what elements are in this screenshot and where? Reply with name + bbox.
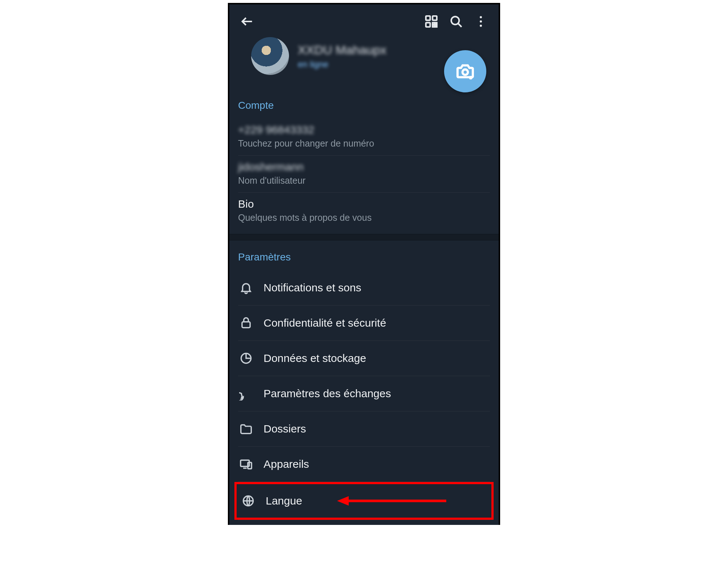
settings-item-chat[interactable]: Paramètres des échanges [238, 376, 490, 411]
settings-item-label: Paramètres des échanges [264, 387, 391, 400]
avatar[interactable] [251, 37, 289, 75]
svg-rect-6 [432, 25, 434, 27]
profile-name: XXDU Mahaupx [298, 43, 387, 57]
account-phone-sub: Touchez pour changer de numéro [238, 136, 490, 149]
settings-item-devices[interactable]: Appareils [238, 447, 490, 482]
account-username-row[interactable]: jidoshermann Nom d'utilisateur [238, 156, 490, 193]
settings-item-label: Notifications et sons [264, 282, 361, 294]
settings-item-data[interactable]: Données et stockage [238, 341, 490, 376]
settings-item-language[interactable]: Langue [240, 491, 488, 511]
search-icon [449, 14, 463, 29]
globe-icon [240, 493, 256, 509]
svg-point-8 [480, 16, 482, 18]
bell-icon [238, 280, 254, 296]
account-section-title: Compte [238, 96, 490, 119]
profile-status: en ligne [298, 59, 387, 69]
settings-screen: XXDU Mahaupx en ligne Compte +229 968433… [228, 3, 500, 525]
qr-button[interactable] [422, 12, 441, 31]
svg-point-7 [451, 17, 459, 25]
settings-item-label: Données et stockage [264, 352, 366, 364]
svg-rect-3 [432, 23, 434, 24]
settings-item-label: Appareils [264, 458, 309, 470]
account-phone-row[interactable]: +229 96843332 Touchez pour changer de nu… [238, 119, 490, 156]
svg-point-11 [463, 69, 468, 75]
account-bio-sub: Quelques mots à propos de vous [238, 210, 490, 223]
arrow-left-icon [240, 14, 254, 29]
devices-icon [238, 456, 254, 472]
more-button[interactable] [471, 12, 491, 31]
back-button[interactable] [237, 12, 257, 31]
chat-icon [238, 386, 254, 402]
settings-section: Paramètres Notifications et sons Confide… [229, 240, 499, 525]
account-section: Compte +229 96843332 Touchez pour change… [229, 86, 499, 234]
account-bio-row[interactable]: Bio Quelques mots à propos de vous [238, 193, 490, 232]
settings-item-folders[interactable]: Dossiers [238, 411, 490, 447]
search-button[interactable] [446, 12, 466, 31]
svg-rect-2 [426, 23, 430, 27]
profile-header[interactable]: XXDU Mahaupx en ligne [229, 33, 499, 86]
settings-item-privacy[interactable]: Confidentialité et sécurité [238, 306, 490, 341]
account-username-sub: Nom d'utilisateur [238, 173, 490, 186]
svg-point-10 [480, 25, 482, 27]
more-vertical-icon [474, 14, 488, 29]
svg-rect-0 [426, 16, 430, 20]
change-photo-button[interactable] [444, 50, 486, 92]
account-username-value: jidoshermann [238, 161, 490, 173]
folder-icon [238, 421, 254, 437]
qr-icon [424, 14, 439, 29]
settings-item-label: Confidentialité et sécurité [264, 317, 386, 329]
settings-item-notifications[interactable]: Notifications et sons [238, 270, 490, 306]
header-bar [229, 4, 499, 33]
svg-point-9 [480, 20, 482, 23]
settings-item-label: Dossiers [264, 423, 306, 435]
lock-icon [238, 315, 254, 331]
svg-rect-5 [435, 23, 437, 24]
svg-rect-4 [435, 25, 437, 27]
settings-item-language-highlight: Langue [238, 482, 490, 520]
svg-rect-1 [432, 16, 437, 20]
svg-rect-12 [242, 322, 250, 328]
settings-section-title: Paramètres [238, 248, 490, 270]
settings-item-label: Langue [266, 495, 302, 507]
account-phone-value: +229 96843332 [238, 124, 490, 136]
camera-icon [455, 61, 475, 81]
pie-chart-icon [238, 350, 254, 366]
account-bio-title: Bio [238, 198, 490, 210]
